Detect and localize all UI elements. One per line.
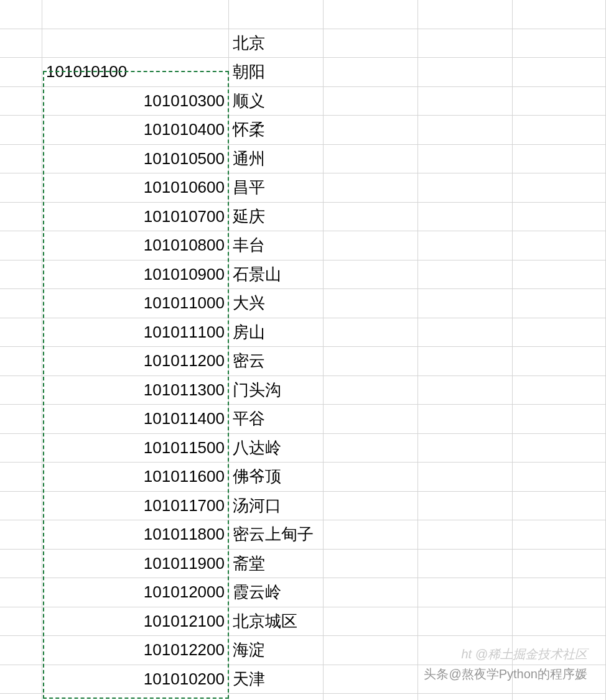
code-cell[interactable]: 101011200 <box>42 347 229 376</box>
cell[interactable] <box>324 116 418 145</box>
cell[interactable] <box>324 463 418 492</box>
cell[interactable] <box>324 29 418 58</box>
cell[interactable] <box>418 694 513 700</box>
cell[interactable] <box>513 376 606 405</box>
cell[interactable] <box>513 58 606 87</box>
cell[interactable] <box>324 58 418 87</box>
code-cell[interactable]: 101010700 <box>42 203 229 232</box>
code-cell[interactable]: 101010400 <box>42 116 229 145</box>
cell[interactable] <box>418 550 513 579</box>
cell[interactable] <box>418 376 513 405</box>
cell[interactable] <box>324 0 418 29</box>
cell[interactable] <box>513 289 606 318</box>
cell[interactable] <box>0 58 42 87</box>
cell[interactable] <box>324 492 418 521</box>
cell[interactable] <box>0 318 42 348</box>
cell[interactable] <box>418 145 513 174</box>
cell[interactable] <box>513 520 606 550</box>
cell[interactable] <box>324 260 418 290</box>
cell[interactable] <box>0 203 42 232</box>
name-cell[interactable]: 斋堂 <box>229 550 324 579</box>
name-cell[interactable]: 朝阳 <box>229 58 324 87</box>
name-cell[interactable]: 大兴 <box>229 289 324 318</box>
code-cell[interactable]: 101011100 <box>42 318 229 348</box>
cell[interactable] <box>513 434 606 463</box>
cell[interactable] <box>418 434 513 463</box>
name-cell[interactable]: 通州 <box>229 145 324 174</box>
cell[interactable] <box>418 607 513 637</box>
name-cell[interactable]: 北京 <box>229 29 324 58</box>
cell[interactable] <box>0 550 42 579</box>
cell[interactable] <box>418 347 513 376</box>
name-cell[interactable]: 海淀 <box>229 636 324 665</box>
cell[interactable] <box>418 520 513 550</box>
cell[interactable] <box>0 231 42 260</box>
cell[interactable] <box>324 347 418 376</box>
code-cell[interactable]: 101010800 <box>42 231 229 260</box>
cell[interactable] <box>513 347 606 376</box>
code-cell[interactable]: 101012000 <box>42 578 229 607</box>
cell[interactable] <box>513 318 606 348</box>
cell[interactable] <box>324 607 418 637</box>
cell[interactable] <box>324 636 418 665</box>
name-cell[interactable]: 门头沟 <box>229 376 324 405</box>
cell[interactable] <box>0 492 42 521</box>
cell[interactable] <box>513 607 606 637</box>
cell[interactable] <box>324 145 418 174</box>
cell[interactable] <box>513 578 606 607</box>
name-cell[interactable]: 怀柔 <box>229 116 324 145</box>
name-cell[interactable]: 北京城区 <box>229 607 324 637</box>
cell[interactable] <box>0 578 42 607</box>
name-cell[interactable]: 石景山 <box>229 260 324 290</box>
cell[interactable] <box>513 492 606 521</box>
cell[interactable] <box>418 173 513 203</box>
cell[interactable] <box>0 607 42 637</box>
code-cell[interactable] <box>42 0 229 29</box>
code-cell[interactable]: 101010500 <box>42 145 229 174</box>
code-cell[interactable]: 101010200 <box>42 665 229 694</box>
cell[interactable] <box>0 694 42 700</box>
cell[interactable] <box>324 87 418 116</box>
cell[interactable] <box>42 694 229 700</box>
cell[interactable] <box>0 173 42 203</box>
name-cell[interactable]: 房山 <box>229 318 324 348</box>
cell[interactable] <box>0 0 42 29</box>
code-cell[interactable]: 101011800 <box>42 520 229 550</box>
name-cell[interactable]: 天津 <box>229 665 324 694</box>
code-cell[interactable]: 101011300 <box>42 376 229 405</box>
cell[interactable] <box>0 463 42 492</box>
cell[interactable] <box>324 173 418 203</box>
name-cell[interactable]: 密云 <box>229 347 324 376</box>
cell[interactable] <box>0 29 42 58</box>
spreadsheet-grid[interactable]: 北京101010100朝阳101010300顺义101010400怀柔10101… <box>0 0 606 700</box>
cell[interactable] <box>324 231 418 260</box>
cell[interactable] <box>418 318 513 348</box>
cell[interactable] <box>324 550 418 579</box>
cell[interactable] <box>0 289 42 318</box>
cell[interactable] <box>0 260 42 290</box>
cell[interactable] <box>418 58 513 87</box>
cell[interactable] <box>513 694 606 700</box>
cell[interactable] <box>324 665 418 694</box>
cell[interactable] <box>324 434 418 463</box>
cell[interactable] <box>513 260 606 290</box>
cell[interactable] <box>513 550 606 579</box>
cell[interactable] <box>513 29 606 58</box>
cell[interactable] <box>418 260 513 290</box>
cell[interactable] <box>418 492 513 521</box>
code-cell[interactable]: 101010600 <box>42 173 229 203</box>
cell[interactable] <box>324 694 418 700</box>
name-cell[interactable]: 佛爷顶 <box>229 463 324 492</box>
cell[interactable] <box>513 87 606 116</box>
code-cell[interactable]: 101011000 <box>42 289 229 318</box>
cell[interactable] <box>418 29 513 58</box>
cell[interactable] <box>513 116 606 145</box>
name-cell[interactable]: 霞云岭 <box>229 578 324 607</box>
cell[interactable] <box>513 463 606 492</box>
code-cell[interactable]: 101010300 <box>42 87 229 116</box>
cell[interactable] <box>418 289 513 318</box>
code-cell[interactable]: 101011700 <box>42 492 229 521</box>
cell[interactable] <box>513 203 606 232</box>
cell[interactable] <box>513 173 606 203</box>
code-cell[interactable]: 101012100 <box>42 607 229 637</box>
